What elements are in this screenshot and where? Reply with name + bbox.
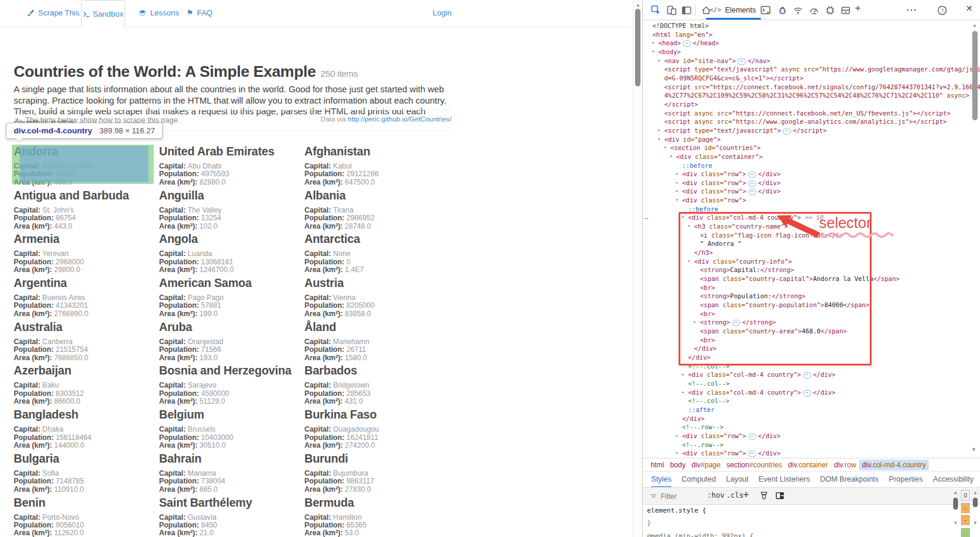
new-style-rule-button[interactable]: +: [743, 489, 749, 501]
styles-tab-layout[interactable]: Layout: [726, 475, 749, 483]
dom-tree-line[interactable]: ▾<section id="countries">: [643, 143, 980, 152]
expand-arrow-open-icon[interactable]: ▾: [664, 143, 667, 152]
page-scrollbar-thumb[interactable]: [635, 9, 640, 86]
dom-tree-line[interactable]: <br>: [643, 336, 980, 345]
dom-tree-line[interactable]: ▸<div class="col-md-4 country">⋯</div>: [643, 388, 980, 397]
expand-arrow-closed-icon[interactable]: ▸: [676, 179, 679, 188]
expand-arrow-closed-icon[interactable]: ▸: [658, 126, 661, 135]
expand-arrow-open-icon[interactable]: ▾: [652, 48, 655, 57]
breadcrumb-item[interactable]: html: [648, 460, 667, 470]
devtools-scrollbar-thumb[interactable]: [973, 498, 978, 507]
styles-tab-accessibility[interactable]: Accessibility: [933, 475, 973, 483]
dom-tree-line[interactable]: ▾<div class="row">: [643, 196, 980, 205]
toggle-hover-state-button[interactable]: :hov: [707, 491, 724, 499]
data-source-link[interactable]: http://peric.github.io/GetCountries/: [347, 115, 452, 123]
styles-tab-dom-breakpoints[interactable]: DOM Breakpoints: [820, 475, 879, 483]
dom-tree-line[interactable]: ▸<div class="row">⋯</div>: [643, 187, 980, 196]
expand-arrow-closed-icon[interactable]: ▸: [676, 449, 679, 458]
dom-tree-scrollbar-thumb[interactable]: [972, 31, 978, 120]
collapsed-content-ellipsis[interactable]: ⋯: [748, 189, 757, 195]
dom-tree-line[interactable]: <br>: [643, 283, 980, 292]
scroll-up-arrow[interactable]: ▲: [972, 23, 977, 28]
customize-devtools-button[interactable]: ⋯: [906, 4, 916, 16]
console-button[interactable]: [760, 4, 771, 16]
network-conditions-button[interactable]: [792, 4, 804, 16]
application-button[interactable]: [839, 4, 851, 16]
collapsed-content-ellipsis[interactable]: ⋯: [738, 58, 746, 65]
expand-arrow-closed-icon[interactable]: ▸: [652, 39, 655, 48]
login-link[interactable]: Login: [433, 8, 452, 17]
expand-arrow-closed-icon[interactable]: ▸: [682, 388, 685, 397]
collapsed-content-ellipsis[interactable]: ⋯: [683, 40, 691, 47]
collapsed-content-ellipsis[interactable]: ⋯: [748, 433, 757, 440]
dom-tree-line[interactable]: …▾<div class="col-md-4 country"> == $0: [643, 213, 980, 222]
dom-tree-line[interactable]: <!--.row-->: [643, 423, 980, 432]
breadcrumb-item[interactable]: div.row: [831, 460, 859, 470]
dom-tree-line[interactable]: ▾<div class="container">: [643, 152, 980, 161]
dom-tree-line[interactable]: ▾<div id="page">: [643, 135, 980, 144]
issues-bug-button[interactable]: [776, 4, 788, 16]
nav-tab-sandbox[interactable]: Sandbox: [81, 0, 125, 27]
expand-arrow-closed-icon[interactable]: ▸: [658, 57, 661, 65]
styles-scrollbar-thumb[interactable]: [953, 498, 958, 510]
collapsed-content-ellipsis[interactable]: ⋯: [748, 171, 757, 178]
dom-tree-line[interactable]: <!--.col-->: [643, 362, 980, 371]
scroll-up-arrow[interactable]: ▲: [973, 490, 978, 495]
toggle-classes-button[interactable]: .cls: [726, 491, 743, 499]
collapsed-content-ellipsis[interactable]: ⋯: [748, 180, 757, 187]
dom-tree-line[interactable]: <!--.col-->: [643, 396, 980, 405]
breadcrumb-item[interactable]: div#page: [689, 460, 724, 470]
scroll-down-arrow[interactable]: ▼: [971, 447, 976, 452]
dom-tree-line[interactable]: <span class="country-population">84000</…: [643, 301, 980, 310]
scroll-up-arrow[interactable]: ▲: [953, 490, 958, 495]
dom-tree-line[interactable]: ▸<div class="row">⋯</div>: [643, 170, 980, 179]
collapsed-content-ellipsis[interactable]: ⋯: [803, 372, 811, 379]
dom-tree-line[interactable]: <script async src="https://connect.faceb…: [643, 109, 980, 118]
scroll-down-arrow[interactable]: ▼: [953, 520, 958, 526]
page-scrollbar[interactable]: ▲: [633, 0, 643, 537]
expand-arrow-closed-icon[interactable]: ▸: [676, 170, 679, 179]
inspect-element-button[interactable]: [650, 4, 662, 16]
dom-tree-line[interactable]: ▸<div class="row">⋯</div>: [643, 432, 980, 441]
dom-tree-line[interactable]: <strong>Population:</strong>: [643, 292, 980, 301]
dom-tree-line[interactable]: <script src="https://connect.facebook.ne…: [643, 83, 980, 92]
styles-tab-properties[interactable]: Properties: [889, 475, 923, 483]
collapsed-content-ellipsis[interactable]: ⋯: [732, 320, 741, 326]
dom-tree-line[interactable]: </div>: [643, 414, 980, 423]
dom-tree-line[interactable]: ▸<div class="row">⋯</div>: [643, 449, 980, 458]
dom-tree-line[interactable]: ▸<strong>⋯</strong>: [643, 318, 980, 327]
more-tabs-button[interactable]: +: [855, 2, 861, 14]
dom-tree-line[interactable]: <script type="text/javascript" async src…: [643, 65, 980, 74]
styles-tab-styles[interactable]: Styles: [651, 475, 671, 483]
dom-tree-line[interactable]: ::before: [643, 161, 980, 170]
expand-arrow-open-icon[interactable]: ▾: [682, 213, 685, 222]
dom-tree-line[interactable]: <br>: [643, 310, 980, 319]
styles-tab-computed[interactable]: Computed: [682, 475, 716, 483]
dom-tree-line[interactable]: <i class="flag-icon flag-icon-ad"></i>: [643, 231, 980, 240]
expand-arrow-closed-icon[interactable]: ▸: [676, 187, 679, 196]
breadcrumb-item[interactable]: div.container: [785, 460, 831, 470]
dom-tree-line[interactable]: ▸<div class="col-md-4 country">⋯</div>: [643, 370, 980, 379]
dom-tree-line[interactable]: ::before: [643, 205, 980, 214]
node-gutter-menu[interactable]: …: [645, 213, 649, 222]
dom-tree-line[interactable]: <strong>Capital:</strong>: [643, 266, 980, 274]
dom-tree-line[interactable]: ▸<nav id="site-nav">⋯</nav>: [643, 57, 980, 65]
dom-tree-line[interactable]: ▸<div class="row">⋯</div>: [643, 179, 980, 188]
dom-tree-line[interactable]: <!--.col-->: [643, 379, 980, 388]
dom-tree-line[interactable]: <span class="country-capital">Andorra la…: [643, 274, 980, 283]
activity-bar-button[interactable]: [680, 4, 692, 16]
dom-tree-line[interactable]: </div>: [643, 353, 980, 362]
performance-button[interactable]: [808, 4, 820, 16]
nav-link-faq[interactable]: ⚑ FAQ: [186, 8, 213, 17]
dom-tree-line[interactable]: <!DOCTYPE html>: [643, 21, 980, 30]
expand-arrow-open-icon[interactable]: ▾: [687, 222, 690, 231]
element-style-rule[interactable]: element.style {: [643, 505, 980, 517]
dom-tree-line[interactable]: </script>: [643, 100, 980, 109]
dom-tree-line[interactable]: 4%2C77%2C67%2C109%2C59%2C58%2C31%2C96%2C…: [643, 91, 980, 100]
scroll-down-arrow[interactable]: ▼: [973, 520, 978, 526]
breadcrumb-item[interactable]: body: [667, 460, 689, 470]
tab-elements[interactable]: </> Elements: [710, 0, 756, 20]
computed-sidebar-toggle-icon[interactable]: [775, 491, 785, 502]
dom-tree-line[interactable]: <!--.row-->: [643, 441, 980, 449]
dom-tree-line[interactable]: ::after: [643, 405, 980, 414]
